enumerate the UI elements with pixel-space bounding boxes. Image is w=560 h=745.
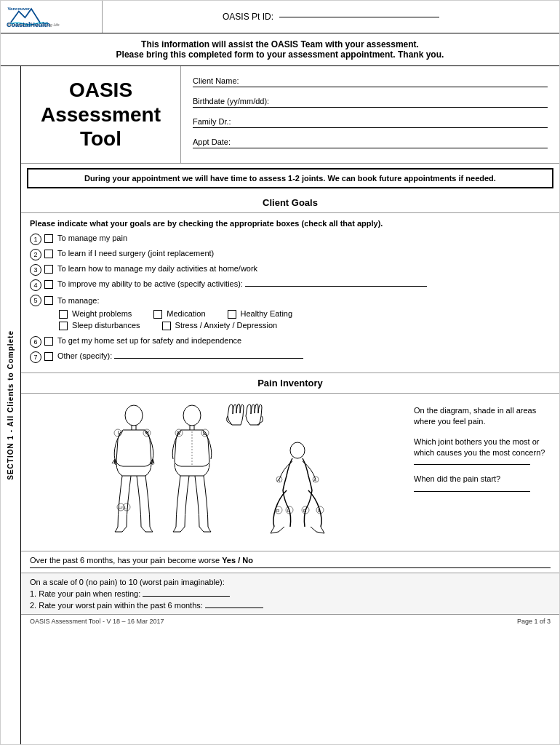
- title-info-row: OASISAssessmentTool Client Name: Birthda…: [21, 66, 559, 164]
- footer: OASIS Assessment Tool - V 18 – 16 Mar 20…: [21, 614, 559, 628]
- footer-page: Page 1 of 3: [517, 618, 551, 625]
- notice-line1: This information will assist the OASIS T…: [15, 39, 545, 49]
- sleep-checkbox[interactable]: [59, 322, 68, 330]
- content-body: OASISAssessmentTool Client Name: Birthda…: [21, 66, 559, 744]
- pain-start-question: When did the pain start?: [414, 474, 548, 491]
- goal-6-checkbox[interactable]: [44, 337, 53, 346]
- pain-worse-bold: Yes / No: [222, 556, 253, 565]
- goal-1-checkbox[interactable]: [44, 234, 53, 243]
- stress-label: Stress / Anxiety / Depression: [175, 321, 278, 330]
- goal-6-text: To get my home set up for safety and ind…: [57, 336, 551, 345]
- client-goals-header: Client Goals: [21, 193, 559, 213]
- scale-q1-input[interactable]: [143, 596, 230, 597]
- scale-q2-input[interactable]: [205, 607, 263, 608]
- footer-version: OASIS Assessment Tool - V 18 – 16 Mar 20…: [30, 618, 164, 625]
- svg-text:R: R: [276, 509, 280, 513]
- svg-point-2: [125, 405, 143, 426]
- scale-q2-row: 2. Rate your worst pain within the past …: [30, 601, 551, 610]
- goal-7-text: Other (specify):: [57, 351, 551, 360]
- appt-date-row: Appt Date:: [193, 138, 548, 148]
- logo-block: Vancouver Promoting a Closer, Daring Lif…: [1, 1, 103, 33]
- goal-4-text: To improve my ability to be active (spec…: [57, 279, 551, 288]
- goal-4-num: 4: [30, 279, 41, 291]
- page: Vancouver Promoting a Closer, Daring Lif…: [0, 0, 560, 745]
- sub-goal-stress: Stress / Anxiety / Depression: [162, 321, 278, 330]
- main-content: SECTION 1 - All Clients to Complete OASI…: [1, 66, 559, 744]
- goal-6-num: 6: [30, 336, 41, 348]
- body-diagrams: L R H L: [27, 399, 401, 545]
- sleep-label: Sleep disturbances: [72, 321, 140, 330]
- weight-label: Weight problems: [72, 309, 132, 318]
- family-dr-label: Family Dr.:: [193, 117, 295, 126]
- goal-2-checkbox[interactable]: [44, 250, 53, 258]
- svg-point-29: [290, 442, 305, 458]
- diagram-instruction: On the diagram, shade in all areas where…: [414, 405, 548, 428]
- goal-7-checkbox[interactable]: [44, 352, 53, 361]
- family-dr-input[interactable]: [297, 125, 548, 126]
- section-label-container: SECTION 1 - All Clients to Complete: [1, 66, 21, 744]
- pain-start-answer[interactable]: [414, 491, 530, 492]
- goals-instruction: Please indicate what your goals are by c…: [30, 219, 551, 228]
- oasis-title: OASISAssessmentTool: [41, 78, 161, 151]
- goal-3: 3 To learn how to manage my daily activi…: [30, 264, 551, 276]
- goal-7-num: 7: [30, 351, 41, 363]
- goal-2: 2 To learn if I need surgery (joint repl…: [30, 249, 551, 260]
- appt-notice: During your appointment we will have tim…: [27, 168, 553, 188]
- stress-checkbox[interactable]: [162, 322, 171, 330]
- birthdate-row: Birthdate (yy/mm/dd):: [193, 97, 548, 108]
- pt-id-value[interactable]: [279, 17, 439, 17]
- weight-checkbox[interactable]: [59, 310, 68, 319]
- goal-3-checkbox[interactable]: [44, 265, 53, 274]
- sub-goal-medication: Medication: [153, 309, 205, 319]
- pain-inventory-header: Pain Inventory: [21, 373, 559, 394]
- sub-goal-row-1: Weight problems Medication Healthy Eatin…: [59, 309, 292, 319]
- svg-text:L: L: [203, 431, 206, 436]
- appt-date-input[interactable]: [297, 146, 548, 146]
- logo-coastal-health: CoastalHealth: [7, 21, 96, 28]
- svg-text:H: H: [119, 506, 121, 510]
- section-label: SECTION 1 - All Clients to Complete: [7, 330, 15, 480]
- goal-7-input[interactable]: [114, 358, 303, 359]
- goal-1-num: 1: [30, 234, 41, 245]
- goal-4-input[interactable]: [245, 286, 427, 287]
- birthdate-input[interactable]: [297, 105, 548, 105]
- joint-question: Which joint bothers you the most or whic…: [414, 437, 548, 466]
- goal-5-header: 5 To manage:: [30, 295, 99, 306]
- appt-date-label: Appt Date:: [193, 138, 295, 146]
- client-name-input[interactable]: [297, 84, 548, 85]
- pain-instructions: On the diagram, shade in all areas where…: [408, 399, 553, 545]
- pt-id-label: OASIS Pt ID:: [223, 12, 273, 22]
- notice-bar: This information will assist the OASIS T…: [1, 33, 559, 66]
- notice-line2: Please bring this completed form to your…: [15, 49, 545, 60]
- svg-point-21: [183, 405, 201, 426]
- goals-section: Please indicate what your goals are by c…: [21, 213, 559, 373]
- goal-5-num: 5: [30, 295, 41, 306]
- pain-worse-line[interactable]: [30, 567, 551, 568]
- medication-checkbox[interactable]: [153, 310, 162, 319]
- healthy-eating-checkbox[interactable]: [228, 310, 236, 319]
- svg-text:L: L: [118, 430, 121, 435]
- pain-body-area: L R H L: [21, 394, 559, 551]
- svg-text:L: L: [124, 506, 127, 510]
- client-name-label: Client Name:: [193, 76, 295, 85]
- goal-7: 7 Other (specify):: [30, 351, 551, 363]
- svg-text:R: R: [145, 430, 149, 435]
- goal-4: 4 To improve my ability to be active (sp…: [30, 279, 551, 291]
- sub-goal-sleep: Sleep disturbances: [59, 321, 140, 330]
- header: Vancouver Promoting a Closer, Daring Lif…: [1, 1, 559, 33]
- pain-scale-section: On a scale of 0 (no pain) to 10 (worst p…: [21, 573, 559, 614]
- joint-answer-line[interactable]: [414, 464, 530, 465]
- goal-3-num: 3: [30, 264, 41, 276]
- oasis-title-block: OASISAssessmentTool: [21, 66, 181, 163]
- goal-5-checkbox[interactable]: [44, 296, 53, 305]
- svg-text:A: A: [277, 478, 280, 482]
- pt-id-field[interactable]: OASIS Pt ID:: [103, 1, 559, 33]
- family-dr-row: Family Dr.:: [193, 117, 548, 128]
- goal-3-text: To learn how to manage my daily activiti…: [57, 264, 551, 273]
- goal-1-text: To manage my pain: [57, 234, 551, 242]
- svg-text:A: A: [313, 478, 316, 482]
- sub-goal-weight: Weight problems: [59, 309, 132, 319]
- pain-worse-text: Over the past 6 months, has your pain be…: [30, 556, 220, 565]
- goal-4-checkbox[interactable]: [44, 280, 53, 289]
- svg-text:R: R: [303, 509, 307, 513]
